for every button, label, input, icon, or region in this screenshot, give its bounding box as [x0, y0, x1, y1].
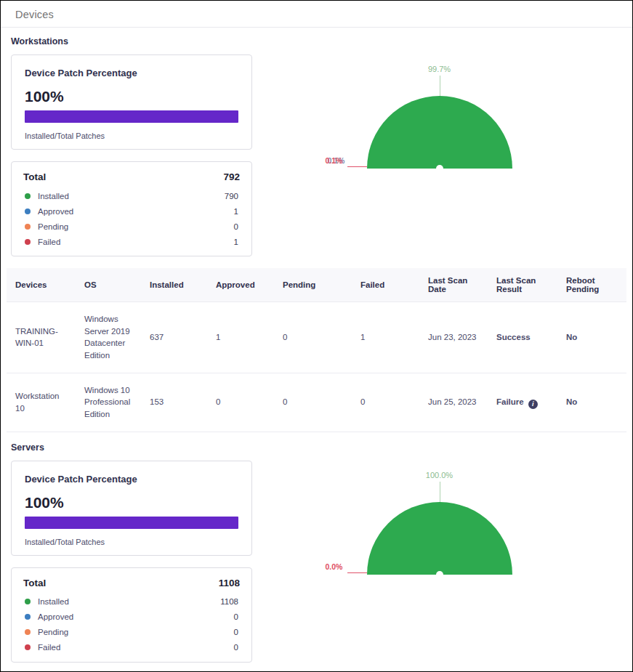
legend-value: 1108 [220, 597, 238, 606]
col-header-failed: Failed [352, 268, 419, 302]
gauge-top-label: 100.0% [426, 471, 453, 479]
devices-dashboard: Devices Workstations Device Patch Percen… [0, 0, 633, 672]
legend-value: 0 [234, 222, 238, 231]
col-header-os: OS [76, 268, 141, 302]
approved-dot-icon [25, 614, 31, 620]
legend-row-approved: Approved 0 [23, 610, 240, 625]
legend-label: Installed [38, 192, 225, 201]
installed-dot-icon [25, 599, 31, 604]
gauge-left-label: 0.1% [326, 156, 343, 165]
cell-reboot-pending: No [557, 302, 626, 373]
col-header-reboot-pending: Reboot Pending [557, 268, 626, 302]
patch-percentage-value: 100% [25, 88, 238, 105]
legend-row-approved: Approved 1 [23, 203, 240, 219]
cell-last-scan-date: Jun 25, 2023 [419, 373, 488, 432]
legend-value: 0 [234, 628, 238, 636]
servers-gauge-chart: 100.0% 0.0% [345, 466, 534, 575]
failed-dot-icon [25, 644, 31, 650]
cell-approved: 0 [207, 373, 274, 432]
patch-card-caption: Installed/Total Patches [25, 538, 238, 546]
cell-reboot-pending: No [557, 373, 626, 432]
col-header-approved: Approved [207, 268, 274, 302]
patch-progress-bar [25, 110, 238, 123]
approved-dot-icon [25, 209, 31, 214]
cell-installed: 153 [141, 373, 207, 432]
gauge-installed-slice [367, 502, 512, 575]
failure-label: Failure [496, 397, 524, 406]
page-header: Devices [1, 1, 632, 28]
cell-os: Windows Server 2019 Datacenter Edition [76, 302, 141, 373]
servers-patch-percentage-card: Device Patch Percentage 100% Installed/T… [11, 461, 252, 556]
total-value: 792 [223, 171, 240, 182]
workstations-gauge-chart: 99.7% 0.1% 0.1% [345, 60, 534, 169]
col-header-installed: Installed [141, 268, 207, 302]
legend-value: 0 [234, 643, 238, 652]
cell-device: Workstation 10 [7, 373, 76, 432]
workstations-total-card: Total 792 Installed 790 Approved 1 [11, 161, 252, 256]
legend-label: Failed [38, 643, 234, 652]
cell-approved: 1 [207, 302, 274, 373]
info-icon[interactable]: i [528, 400, 538, 409]
servers-section: Servers Device Patch Percentage 100% Ins… [1, 434, 632, 672]
installed-dot-icon [25, 193, 31, 199]
cell-device: TRAINING-WIN-01 [7, 302, 76, 373]
cell-last-scan-result: Success [488, 302, 557, 373]
workstations-section: Workstations Device Patch Percentage 100… [1, 28, 632, 432]
total-label: Total [23, 171, 46, 182]
cell-last-scan-result: Failurei [488, 373, 557, 432]
gauge-center-notch [436, 165, 443, 172]
col-header-last-scan-date: Last Scan Date [419, 268, 488, 302]
cell-pending: 0 [274, 302, 352, 373]
legend-label: Pending [38, 628, 234, 636]
patch-progress-bar [25, 517, 238, 529]
patch-card-title: Device Patch Percentage [25, 68, 238, 78]
legend-label: Pending [38, 222, 234, 231]
col-header-last-scan-result: Last Scan Result [488, 268, 557, 302]
legend-row-pending: Pending 0 [23, 625, 240, 640]
cell-failed: 0 [352, 373, 419, 432]
cell-os: Windows 10 Professional Edition [76, 373, 141, 432]
legend-row-pending: Pending 0 [23, 219, 240, 234]
legend-value: 790 [225, 192, 238, 201]
gauge-top-label: 99.7% [428, 65, 451, 73]
patch-card-title: Device Patch Percentage [25, 474, 238, 485]
gauge-top-callout-line [440, 76, 440, 96]
legend-row-installed: Installed 1108 [23, 594, 240, 610]
servers-total-card: Total 1108 Installed 1108 Approved 0 [11, 567, 252, 663]
pending-dot-icon [25, 629, 31, 635]
legend-value: 1 [234, 207, 238, 216]
workstations-patch-percentage-card: Device Patch Percentage 100% Installed/T… [11, 54, 252, 150]
legend-value: 1 [234, 238, 238, 246]
legend-row-installed: Installed 790 [23, 188, 240, 203]
cell-last-scan-date: Jun 23, 2023 [419, 302, 488, 373]
legend-label: Approved [38, 612, 234, 621]
col-header-devices: Devices [7, 268, 76, 302]
cell-installed: 637 [141, 302, 207, 373]
patch-card-caption: Installed/Total Patches [25, 131, 238, 140]
page-title: Devices [15, 9, 618, 20]
legend-label: Approved [38, 207, 234, 216]
failed-dot-icon [25, 239, 31, 245]
pending-dot-icon [25, 224, 31, 230]
gauge-installed-slice [367, 96, 512, 169]
table-row[interactable]: TRAINING-WIN-01 Windows Server 2019 Data… [7, 302, 626, 373]
table-header-row: Devices OS Installed Approved Pending Fa… [7, 268, 626, 302]
legend-label: Failed [38, 238, 234, 246]
gauge-center-notch [436, 571, 443, 578]
legend-row-failed: Failed 0 [23, 640, 240, 655]
legend-row-failed: Failed 1 [23, 234, 240, 249]
gauge-left-callout-line [347, 572, 367, 573]
legend-label: Installed [38, 597, 220, 606]
col-header-pending: Pending [274, 268, 352, 302]
workstations-heading: Workstations [7, 28, 626, 54]
cell-pending: 0 [274, 373, 352, 432]
gauge-top-callout-line [440, 482, 440, 502]
workstations-table: Devices OS Installed Approved Pending Fa… [7, 268, 626, 432]
legend-value: 0 [234, 612, 238, 621]
total-value: 1108 [219, 578, 240, 588]
cell-failed: 1 [352, 302, 419, 373]
gauge-left-callout-line [347, 166, 367, 167]
gauge-left-label: 0.0% [326, 562, 343, 571]
table-row[interactable]: Workstation 10 Windows 10 Professional E… [7, 373, 626, 432]
patch-percentage-value: 100% [25, 494, 238, 511]
